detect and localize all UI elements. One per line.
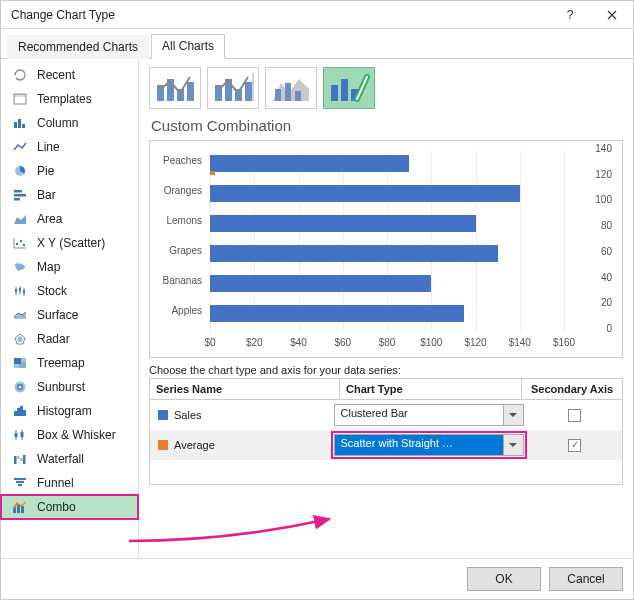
secondary-axis-checkbox-average[interactable] [568,439,581,452]
combo-thumb-2[interactable] [207,67,259,109]
sidebar-item-column[interactable]: Column [1,111,138,135]
dialog-body: Recent Templates Column Line Pie Bar Are… [1,59,633,558]
recent-icon [11,67,29,83]
sidebar-item-pie[interactable]: Pie [1,159,138,183]
svg-rect-37 [14,456,17,464]
secondary-axis-checkbox-sales[interactable] [568,409,581,422]
stock-icon [11,283,29,299]
chart-type-dropdown-sales[interactable]: Clustered Bar [334,404,524,426]
sidebar-item-label: Recent [37,68,75,82]
svg-rect-1 [14,94,26,97]
tab-recommended[interactable]: Recommended Charts [7,35,149,59]
combo-subtype-thumbs [149,67,623,109]
question-icon: ? [567,8,574,22]
svg-rect-60 [341,79,348,101]
combo-thumb-custom[interactable] [323,67,375,109]
sidebar-item-stock[interactable]: Stock [1,279,138,303]
combo-thumb-1[interactable] [149,67,201,109]
map-icon [11,259,29,275]
svg-rect-34 [15,433,18,437]
templates-icon [11,91,29,107]
svg-rect-32 [23,410,26,416]
sidebar-item-treemap[interactable]: Treemap [1,351,138,375]
chart-category-sidebar: Recent Templates Column Line Pie Bar Are… [1,59,139,558]
bar-icon [11,187,29,203]
sidebar-item-label: Bar [37,188,56,202]
sidebar-item-histogram[interactable]: Histogram [1,399,138,423]
sidebar-item-funnel[interactable]: Funnel [1,471,138,495]
svg-rect-46 [21,506,24,513]
svg-rect-43 [18,484,22,486]
sidebar-item-bar[interactable]: Bar [1,183,138,207]
sidebar-item-label: Map [37,260,60,274]
sidebar-item-sunburst[interactable]: Sunburst [1,375,138,399]
combo-thumb-3[interactable] [265,67,317,109]
change-chart-type-dialog: Change Chart Type ? Recommended Charts A… [0,0,634,600]
sidebar-item-recent[interactable]: Recent [1,63,138,87]
dropdown-value: Scatter with Straight … [335,435,503,455]
sidebar-item-radar[interactable]: Radar [1,327,138,351]
sidebar-item-templates[interactable]: Templates [1,87,138,111]
svg-point-28 [19,386,22,389]
sidebar-item-surface[interactable]: Surface [1,303,138,327]
sidebar-item-map[interactable]: Map [1,255,138,279]
chevron-down-icon [503,405,523,425]
sidebar-item-label: X Y (Scatter) [37,236,105,250]
section-title: Custom Combination [151,117,623,134]
series-name: Average [174,439,329,451]
sidebar-item-area[interactable]: Area [1,207,138,231]
sidebar-item-boxwhisker[interactable]: Box & Whisker [1,423,138,447]
chart-secondary-axis: 140120100806040200 [582,147,612,337]
svg-point-11 [16,243,18,245]
chart-x-axis: $0$20$40$60$80$100$120$140$160 [210,337,576,351]
header-secondary-axis: Secondary Axis [522,379,622,399]
surface-icon [11,307,29,323]
svg-point-13 [23,244,25,246]
series-instruction: Choose the chart type and axis for your … [149,364,623,376]
ok-button[interactable]: OK [467,567,541,591]
svg-rect-19 [23,290,25,293]
sidebar-item-scatter[interactable]: X Y (Scatter) [1,231,138,255]
svg-rect-40 [23,455,26,464]
help-button[interactable]: ? [549,1,591,29]
svg-rect-54 [245,82,252,101]
tab-strip: Recommended Charts All Charts [1,31,633,59]
svg-rect-42 [16,481,24,483]
series-swatch [158,440,168,450]
box-whisker-icon [11,427,29,443]
close-button[interactable] [591,1,633,29]
svg-rect-59 [331,85,338,101]
svg-rect-29 [14,411,17,416]
chart-type-dropdown-average[interactable]: Scatter with Straight … [334,434,524,456]
series-row-sales: Sales Clustered Bar [150,400,622,430]
sidebar-item-label: Waterfall [37,452,84,466]
sidebar-item-label: Sunburst [37,380,85,394]
svg-rect-6 [14,190,22,193]
svg-rect-24 [14,364,19,368]
sidebar-item-combo[interactable]: Combo [1,495,138,519]
sidebar-item-label: Stock [37,284,67,298]
line-icon [11,139,29,155]
svg-rect-56 [275,89,281,101]
sidebar-item-label: Radar [37,332,70,346]
series-table-body: Sales Clustered Bar [150,400,622,484]
titlebar: Change Chart Type ? [1,1,633,29]
series-table: Series Name Chart Type Secondary Axis Sa… [149,378,623,485]
waterfall-icon [11,451,29,467]
window-title: Change Chart Type [11,8,549,22]
tab-all-charts[interactable]: All Charts [151,34,225,59]
sidebar-item-label: Pie [37,164,54,178]
sidebar-item-line[interactable]: Line [1,135,138,159]
sidebar-item-waterfall[interactable]: Waterfall [1,447,138,471]
funnel-icon [11,475,29,491]
sidebar-item-label: Surface [37,308,78,322]
chart-plot-area [210,151,564,331]
sidebar-item-label: Treemap [37,356,85,370]
cancel-button[interactable]: Cancel [549,567,623,591]
svg-rect-18 [19,288,21,291]
series-swatch [158,410,168,420]
sidebar-item-label: Line [37,140,60,154]
chart-preview: $0$20$40$60$80$100$120$140$160 140120100… [149,140,623,358]
svg-rect-4 [22,124,25,128]
sidebar-item-label: Templates [37,92,92,106]
